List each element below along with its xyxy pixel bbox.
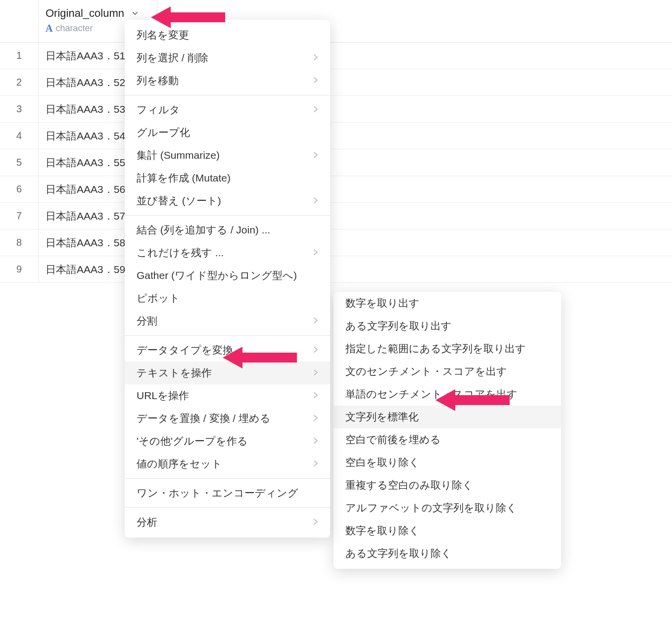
menu-item[interactable]: グループ化 <box>125 121 330 144</box>
menu-item[interactable]: これだけを残す ... <box>125 241 330 264</box>
submenu-item[interactable]: 単語のセンチメント・スコアを出す <box>334 383 561 406</box>
menu-item-label: ピボット <box>137 291 180 305</box>
menu-item-label: 列を移動 <box>137 74 179 88</box>
table-header-row: Original_column A character <box>0 0 672 43</box>
menu-item-label: データタイプを変換 <box>137 343 233 357</box>
menu-item[interactable]: 列を移動 <box>125 69 330 92</box>
table-row: 8日本語AAA3．58 <box>0 229 672 256</box>
menu-item-label: フィルタ <box>137 103 180 117</box>
chevron-right-icon <box>313 105 318 115</box>
menu-item-label: 列名を変更 <box>137 28 189 42</box>
chevron-right-icon <box>313 459 318 469</box>
table-row: 3日本語AAA3．53 <box>0 96 672 123</box>
row-number-cell: 9 <box>0 256 39 282</box>
chevron-right-icon <box>313 436 318 447</box>
submenu-item[interactable]: 空白で前後を埋める <box>334 428 561 451</box>
submenu-item[interactable]: 指定した範囲にある文字列を取り出す <box>334 337 561 360</box>
chevron-right-icon <box>313 76 318 86</box>
menu-item-label: 並び替え (ソート) <box>137 194 221 208</box>
table-row: 7日本語AAA3．57 <box>0 203 672 229</box>
chevron-right-icon <box>313 196 318 206</box>
menu-item-label: これだけを残す ... <box>137 246 224 260</box>
chevron-down-icon[interactable] <box>130 8 140 18</box>
row-number-header <box>0 0 39 42</box>
submenu-item[interactable]: 数字を取り出す <box>334 292 561 315</box>
submenu-item-label: 指定した範囲にある文字列を取り出す <box>345 342 526 356</box>
chevron-right-icon <box>313 150 318 161</box>
menu-item[interactable]: 列を選択 / 削除 <box>125 46 330 69</box>
column-context-menu: 列名を変更列を選択 / 削除列を移動フィルタグループ化集計 (Summarize… <box>125 20 330 538</box>
table-row: 6日本語AAA3．56 <box>0 176 672 203</box>
submenu-item[interactable]: ある文字列を取り除く <box>334 542 561 565</box>
menu-item-label: ワン・ホット・エンコーディング <box>137 486 298 500</box>
menu-item-label: 集計 (Summarize) <box>137 148 220 162</box>
submenu-item[interactable]: ある文字列を取り出す <box>334 315 561 337</box>
submenu-item-label: アルファベットの文字列を取り除く <box>345 501 517 515</box>
chevron-right-icon <box>313 517 318 528</box>
menu-item[interactable]: 'その他'グループを作る <box>125 430 330 453</box>
menu-item[interactable]: 結合 (列を追加する / Join) ... <box>125 219 330 241</box>
row-number-cell: 2 <box>0 69 39 95</box>
row-number-cell: 8 <box>0 229 39 256</box>
menu-item[interactable]: データを置換 / 変換 / 埋める <box>125 407 330 430</box>
menu-item-label: 値の順序をセット <box>137 457 222 471</box>
menu-item-label: テキストを操作 <box>137 366 212 380</box>
type-character-icon: A <box>46 23 52 34</box>
submenu-item-label: ある文字列を取り出す <box>345 319 452 333</box>
menu-item-label: 分割 <box>137 314 157 328</box>
menu-item[interactable]: ピボット <box>125 287 330 310</box>
row-number-cell: 4 <box>0 123 39 149</box>
menu-item[interactable]: 並び替え (ソート) <box>125 189 330 212</box>
chevron-right-icon <box>313 368 318 378</box>
menu-item[interactable]: 列名を変更 <box>125 24 330 46</box>
menu-item-label: 列を選択 / 削除 <box>137 51 208 65</box>
menu-item[interactable]: URLを操作 <box>125 384 330 407</box>
row-number-cell: 5 <box>0 149 39 176</box>
menu-separator <box>125 478 330 479</box>
menu-item-label: 'その他'グループを作る <box>137 434 248 448</box>
submenu-item[interactable]: 重複する空白のみ取り除く <box>334 474 561 497</box>
menu-separator <box>125 215 330 216</box>
submenu-item[interactable]: 空白を取り除く <box>334 451 561 474</box>
chevron-right-icon <box>313 53 318 63</box>
menu-separator <box>125 95 330 95</box>
submenu-item-label: 数字を取り除く <box>345 524 420 538</box>
chevron-right-icon <box>313 248 318 258</box>
row-number-cell: 7 <box>0 203 39 229</box>
menu-item-label: 計算を作成 (Mutate) <box>137 171 231 185</box>
submenu-item-label: 重複する空白のみ取り除く <box>345 478 473 492</box>
submenu-item-label: 空白を取り除く <box>345 455 420 469</box>
menu-item[interactable]: テキストを操作 <box>125 362 330 384</box>
data-table: Original_column A character 1日本語AAA3．512… <box>0 0 672 283</box>
menu-item[interactable]: データタイプを変換 <box>125 339 330 362</box>
menu-item[interactable]: 集計 (Summarize) <box>125 144 330 167</box>
menu-item-label: 分析 <box>137 515 157 529</box>
menu-item[interactable]: フィルタ <box>125 98 330 121</box>
menu-item[interactable]: 値の順序をセット <box>125 453 330 475</box>
menu-item[interactable]: 計算を作成 (Mutate) <box>125 167 330 189</box>
table-row: 4日本語AAA3．54 <box>0 123 672 149</box>
row-number-cell: 3 <box>0 96 39 122</box>
menu-item[interactable]: 分割 <box>125 310 330 332</box>
submenu-item-label: 文字列を標準化 <box>345 410 419 424</box>
column-name: Original_column <box>46 7 124 20</box>
menu-item[interactable]: ワン・ホット・エンコーディング <box>125 482 330 504</box>
chevron-right-icon <box>313 413 318 424</box>
table-row: 5日本語AAA3．55 <box>0 149 672 176</box>
chevron-right-icon <box>313 345 318 356</box>
menu-item-label: 結合 (列を追加する / Join) ... <box>137 223 270 237</box>
submenu-item[interactable]: 数字を取り除く <box>334 519 561 542</box>
row-number-cell: 1 <box>0 43 39 69</box>
submenu-item[interactable]: 文のセンチメント・スコアを出す <box>334 360 561 383</box>
menu-separator <box>125 507 330 508</box>
menu-item-label: データを置換 / 変換 / 埋める <box>137 411 271 425</box>
submenu-item[interactable]: アルファベットの文字列を取り除く <box>334 497 561 519</box>
menu-item[interactable]: 分析 <box>125 511 330 534</box>
menu-item-label: グループ化 <box>137 126 190 139</box>
menu-item-label: Gather (ワイド型からロング型へ) <box>137 269 297 282</box>
menu-separator <box>125 335 330 336</box>
menu-item[interactable]: Gather (ワイド型からロング型へ) <box>125 264 330 287</box>
submenu-item-label: 単語のセンチメント・スコアを出す <box>345 387 518 401</box>
submenu-item[interactable]: 文字列を標準化 <box>334 406 561 428</box>
table-row: 2日本語AAA3．52 <box>0 69 672 96</box>
